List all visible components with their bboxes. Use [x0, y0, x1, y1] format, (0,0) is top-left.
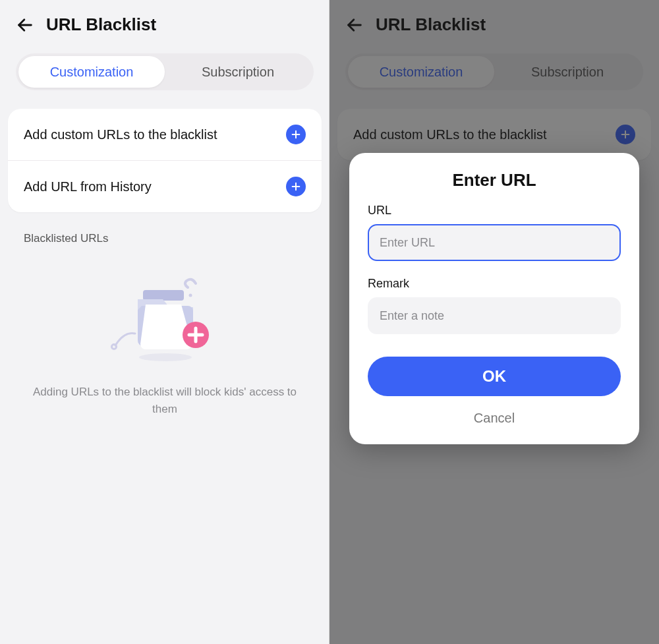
tab-segmented-control: Customization Subscription — [16, 53, 314, 90]
enter-url-dialog: Enter URL URL Remark OK Cancel — [349, 153, 639, 444]
dialog-title: Enter URL — [368, 170, 621, 190]
header: URL Blacklist — [0, 0, 330, 42]
tab-customization[interactable]: Customization — [18, 56, 165, 88]
add-history-url-label: Add URL from History — [24, 179, 152, 194]
remark-input[interactable] — [368, 297, 621, 334]
svg-point-5 — [139, 353, 192, 361]
cancel-button[interactable]: Cancel — [368, 407, 621, 430]
add-custom-url-label: Add custom URLs to the blacklist — [24, 127, 217, 142]
plus-icon — [291, 181, 301, 192]
url-input[interactable] — [368, 224, 621, 261]
add-custom-url-plus-button[interactable] — [286, 125, 306, 144]
actions-card: Add custom URLs to the blacklist Add URL… — [8, 109, 322, 212]
empty-folder-icon — [13, 273, 316, 365]
svg-point-2 — [189, 294, 192, 297]
arrow-left-icon — [16, 16, 34, 34]
screen-blacklist-dialog: URL Blacklist Customization Subscription… — [330, 0, 659, 644]
add-custom-url-row[interactable]: Add custom URLs to the blacklist — [8, 109, 322, 160]
ok-button[interactable]: OK — [368, 357, 621, 396]
screen-blacklist: URL Blacklist Customization Subscription… — [0, 0, 330, 644]
section-blacklisted-urls: Blacklisted URLs — [24, 232, 306, 245]
svg-point-1 — [112, 345, 117, 349]
screen-divider — [329, 0, 330, 644]
url-field-label: URL — [368, 204, 621, 218]
page-title: URL Blacklist — [46, 15, 156, 35]
add-history-url-plus-button[interactable] — [286, 177, 306, 196]
plus-icon — [291, 129, 301, 140]
tab-subscription[interactable]: Subscription — [165, 56, 311, 88]
svg-rect-3 — [143, 290, 184, 301]
empty-state-text: Adding URLs to the blacklist will block … — [13, 384, 316, 417]
add-history-url-row[interactable]: Add URL from History — [8, 160, 322, 212]
back-button[interactable] — [16, 16, 34, 34]
empty-state: Adding URLs to the blacklist will block … — [0, 273, 330, 417]
remark-field-label: Remark — [368, 277, 621, 291]
